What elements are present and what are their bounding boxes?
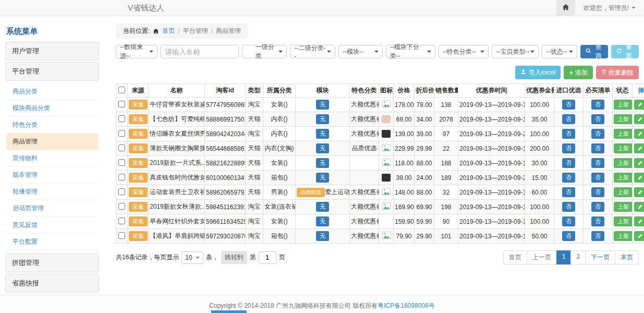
row-checkbox[interactable]: [118, 101, 125, 107]
cell-category: 箱包(): [263, 229, 296, 244]
row-checkbox[interactable]: [118, 115, 125, 122]
cell-taoke-id: 588216228899: [205, 156, 246, 171]
edit-button[interactable]: [634, 202, 644, 212]
feature-category-select[interactable]: --特色分类--: [439, 45, 489, 58]
sidebar-group-platform-management[interactable]: 平台管理: [5, 62, 99, 81]
row-checkbox[interactable]: [118, 232, 125, 239]
edit-button[interactable]: [634, 231, 644, 241]
status-toggle[interactable]: 上架: [614, 100, 633, 110]
sidebar-item-goods-category[interactable]: 商品分类: [6, 83, 98, 100]
page-number-input[interactable]: [259, 251, 276, 264]
batch-delete-button[interactable]: 批量删除: [596, 66, 639, 79]
row-checkbox[interactable]: [118, 130, 125, 137]
imported-toggle[interactable]: 否: [562, 216, 575, 226]
sidebar-group-user-management[interactable]: 用户管理: [5, 42, 99, 61]
edit-button[interactable]: [634, 114, 644, 124]
imported-toggle[interactable]: 否: [562, 231, 575, 241]
sidebar-item-version-management[interactable]: 版本管理: [6, 167, 98, 184]
source-badge: 采集: [129, 143, 148, 153]
import-excel-button[interactable]: 导入excel: [515, 66, 561, 79]
item-type-select[interactable]: --宝贝类型--: [492, 45, 539, 58]
must-buy-toggle[interactable]: 否: [591, 173, 604, 183]
page-button-末页[interactable]: 末页: [615, 250, 639, 264]
home-button[interactable]: [556, 0, 575, 16]
status-toggle[interactable]: 上架: [614, 158, 633, 168]
welcome-text: 欢迎您，管理员!: [584, 4, 629, 13]
row-checkbox[interactable]: [118, 218, 125, 224]
edit-button[interactable]: [634, 187, 644, 197]
must-buy-toggle[interactable]: 否: [591, 114, 604, 124]
status-toggle[interactable]: 上架: [614, 114, 633, 124]
imported-toggle[interactable]: 否: [562, 114, 575, 124]
sidebar-item-splash-management[interactable]: 启动页管理: [6, 200, 98, 217]
page-button-首页[interactable]: 首页: [503, 250, 527, 264]
status-toggle[interactable]: 上架: [614, 202, 633, 212]
user-menu[interactable]: 欢迎您，管理员!: [575, 4, 644, 13]
cell-status: 上架: [613, 141, 633, 156]
level1-category-select[interactable]: 一级分类: [242, 45, 287, 58]
imported-toggle[interactable]: 否: [562, 143, 575, 153]
cell-coupon-amount: 100.00: [525, 98, 554, 112]
status-toggle[interactable]: 上架: [614, 129, 633, 139]
sidebar-item-platform-config[interactable]: 平台配置: [6, 234, 98, 250]
must-buy-toggle[interactable]: 否: [591, 202, 604, 212]
edit-button[interactable]: [634, 143, 644, 153]
edit-button[interactable]: [634, 173, 644, 183]
must-buy-toggle[interactable]: 否: [591, 187, 604, 197]
status-select[interactable]: --状态--: [542, 45, 577, 58]
row-checkbox[interactable]: [118, 203, 125, 210]
sidebar-item-goods-management[interactable]: 商品管理: [6, 134, 98, 150]
imported-toggle[interactable]: 否: [562, 129, 575, 139]
add-button[interactable]: + 添加: [564, 66, 593, 79]
status-toggle[interactable]: 上架: [614, 187, 633, 197]
page-button-上一页[interactable]: 上一页: [527, 250, 557, 264]
data-source-select[interactable]: --数据来源--: [116, 45, 157, 58]
module-none-badge: 无: [316, 202, 329, 212]
search-button[interactable]: 查询: [580, 45, 608, 58]
imported-toggle[interactable]: 否: [562, 202, 575, 212]
page-button-1[interactable]: 1: [556, 250, 572, 264]
cell-must-buy: 否: [584, 229, 613, 244]
icp-link[interactable]: 粤ICP备16098006号: [378, 302, 434, 309]
page-button-下一页[interactable]: 下一页: [585, 250, 615, 264]
sidebar-item-feature-category[interactable]: 特色分类: [6, 117, 98, 134]
must-buy-toggle[interactable]: 否: [591, 216, 604, 226]
breadcrumb-home-link[interactable]: 首页: [162, 27, 175, 35]
page-button-2[interactable]: 2: [570, 250, 586, 264]
must-buy-toggle[interactable]: 否: [591, 100, 604, 110]
must-buy-toggle[interactable]: 否: [591, 143, 604, 153]
must-buy-toggle[interactable]: 否: [591, 158, 604, 168]
edit-button[interactable]: [634, 216, 644, 226]
status-toggle[interactable]: 上架: [614, 173, 633, 183]
imported-toggle[interactable]: 否: [562, 158, 575, 168]
row-checkbox[interactable]: [118, 188, 125, 195]
imported-toggle[interactable]: 否: [562, 173, 575, 183]
sidebar-item-promo-materials[interactable]: 宣传物料: [6, 150, 98, 167]
imported-toggle[interactable]: 否: [562, 187, 575, 197]
sidebar-group-shenghui-express[interactable]: 省惠快报: [5, 274, 99, 293]
module-select[interactable]: --模块--: [338, 45, 383, 58]
must-buy-toggle[interactable]: 否: [591, 231, 604, 241]
jump-button[interactable]: 跳转到: [221, 251, 247, 264]
status-toggle[interactable]: 上架: [614, 216, 633, 226]
reset-button[interactable]: 重置: [611, 45, 639, 58]
per-page-select[interactable]: 10: [181, 251, 203, 264]
edit-button[interactable]: [634, 100, 644, 110]
imported-toggle[interactable]: 否: [562, 100, 575, 110]
row-checkbox[interactable]: [118, 145, 125, 151]
level2-category-select[interactable]: --二级分类--: [290, 45, 335, 58]
sidebar-item-feedback[interactable]: 意见反馈: [6, 217, 98, 234]
module-sub-category-select[interactable]: --模块下分类--: [386, 45, 435, 58]
edit-button[interactable]: [634, 158, 644, 168]
row-checkbox[interactable]: [118, 174, 125, 180]
name-search-input[interactable]: [161, 45, 239, 58]
edit-button[interactable]: [634, 129, 644, 139]
select-all-checkbox[interactable]: [118, 87, 125, 93]
sidebar-item-carousel-management[interactable]: 轮播管理: [6, 184, 98, 200]
row-checkbox[interactable]: [118, 159, 125, 166]
status-toggle[interactable]: 上架: [614, 231, 633, 241]
sidebar-item-module-goods-category[interactable]: 模块商品分类: [6, 100, 98, 117]
must-buy-toggle[interactable]: 否: [591, 129, 604, 139]
status-toggle[interactable]: 上架: [614, 143, 633, 153]
sidebar-group-group-buy-management[interactable]: 拼团管理: [5, 254, 99, 272]
